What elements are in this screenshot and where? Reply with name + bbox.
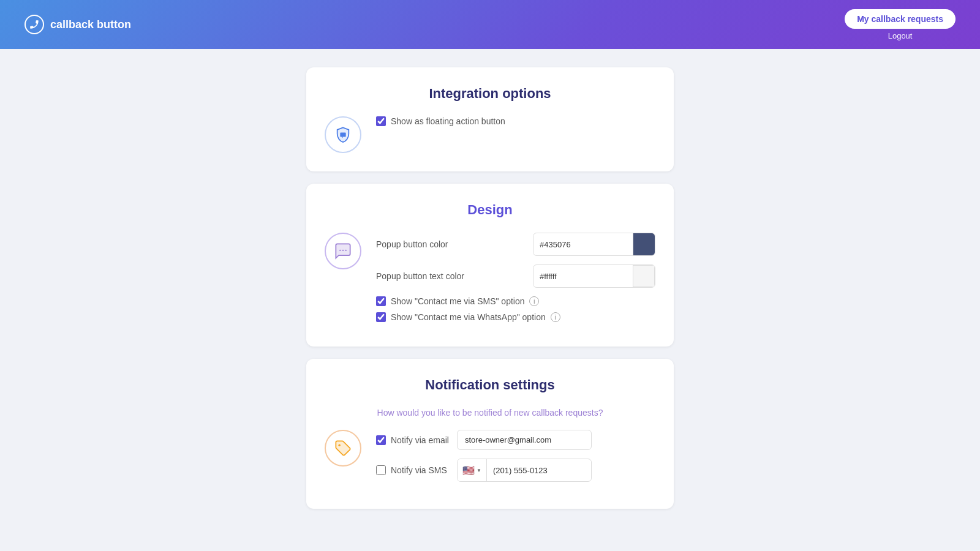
- phone-icon: [24, 15, 44, 34]
- integration-title: Integration options: [325, 86, 655, 102]
- popup-text-color-row: Popup button text color: [376, 264, 655, 288]
- chat-bubble-icon: [334, 242, 352, 260]
- main-content: Integration options Show as floating act…: [294, 49, 686, 527]
- email-notify-input[interactable]: [457, 430, 592, 450]
- sms-notify-row: Notify via SMS 🇺🇸 ▼: [376, 459, 655, 482]
- design-icon-circle: [325, 233, 361, 269]
- notification-card: Notification settings How would you like…: [306, 359, 674, 509]
- notification-body: Notify via email Notify via SMS 🇺🇸 ▼: [325, 430, 655, 490]
- phone-input-group[interactable]: 🇺🇸 ▼: [457, 459, 592, 482]
- popup-text-color-swatch[interactable]: [633, 265, 655, 287]
- sms-notify-label-row[interactable]: Notify via SMS: [376, 465, 450, 475]
- sms-notify-checkbox[interactable]: [376, 465, 386, 475]
- design-checkboxes: Show "Contact me via SMS" option i Show …: [376, 296, 655, 322]
- whatsapp-option-checkbox[interactable]: [376, 312, 386, 322]
- whatsapp-option-row[interactable]: Show "Contact me via WhatsApp" option i: [376, 312, 655, 322]
- design-card: Design Popup button color: [306, 184, 674, 347]
- email-notify-label: Notify via email: [391, 435, 449, 445]
- notification-title: Notification settings: [325, 377, 655, 393]
- whatsapp-info-icon[interactable]: i: [551, 312, 560, 322]
- integration-body: Show as floating action button: [325, 116, 655, 153]
- popup-color-input[interactable]: [533, 235, 633, 254]
- logo-text: callback button: [50, 18, 131, 31]
- floating-button-checkbox[interactable]: [376, 116, 386, 126]
- floating-button-option[interactable]: Show as floating action button: [376, 116, 505, 126]
- header: callback button My callback requests Log…: [0, 0, 980, 49]
- integration-icon-circle: [325, 116, 361, 153]
- design-body: Popup button color Popup button text col…: [325, 233, 655, 328]
- flag-icon: 🇺🇸: [462, 465, 475, 476]
- logout-link[interactable]: Logout: [888, 31, 913, 40]
- sms-info-icon[interactable]: i: [529, 296, 539, 306]
- design-fields: Popup button color Popup button text col…: [376, 233, 655, 328]
- svg-point-2: [342, 250, 344, 251]
- sms-notify-label: Notify via SMS: [391, 465, 447, 475]
- phone-input[interactable]: [487, 461, 592, 480]
- shield-chat-icon: [334, 126, 352, 143]
- floating-button-label: Show as floating action button: [391, 116, 505, 126]
- notification-fields: Notify via email Notify via SMS 🇺🇸 ▼: [376, 430, 655, 490]
- notification-subtitle: How would you like to be notified of new…: [325, 408, 655, 418]
- popup-color-input-group[interactable]: [533, 233, 655, 256]
- whatsapp-option-label: Show "Contact me via WhatsApp" option: [391, 312, 546, 322]
- svg-rect-0: [340, 133, 345, 137]
- svg-point-4: [338, 444, 341, 447]
- popup-text-color-input[interactable]: [533, 267, 633, 286]
- integration-card: Integration options Show as floating act…: [306, 67, 674, 171]
- svg-point-3: [345, 250, 347, 251]
- popup-color-label: Popup button color: [376, 239, 474, 249]
- logo: callback button: [24, 15, 131, 34]
- header-right: My callback requests Logout: [845, 9, 956, 40]
- popup-text-color-input-group[interactable]: [533, 264, 655, 288]
- flag-caret-icon: ▼: [477, 468, 481, 473]
- sms-option-checkbox[interactable]: [376, 296, 386, 306]
- popup-text-color-label: Popup button text color: [376, 271, 474, 281]
- sms-option-row[interactable]: Show "Contact me via SMS" option i: [376, 296, 655, 306]
- popup-color-swatch[interactable]: [633, 233, 655, 255]
- flag-selector[interactable]: 🇺🇸 ▼: [458, 459, 487, 481]
- popup-color-row: Popup button color: [376, 233, 655, 256]
- email-notify-row: Notify via email: [376, 430, 655, 450]
- email-notify-checkbox[interactable]: [376, 435, 386, 445]
- my-requests-button[interactable]: My callback requests: [845, 9, 956, 29]
- design-title: Design: [325, 202, 655, 218]
- notification-icon-circle: [325, 430, 361, 467]
- tag-icon: [334, 440, 352, 457]
- sms-option-label: Show "Contact me via SMS" option: [391, 296, 524, 306]
- email-notify-label-row[interactable]: Notify via email: [376, 435, 450, 445]
- svg-point-1: [339, 250, 341, 251]
- integration-options: Show as floating action button: [376, 116, 505, 126]
